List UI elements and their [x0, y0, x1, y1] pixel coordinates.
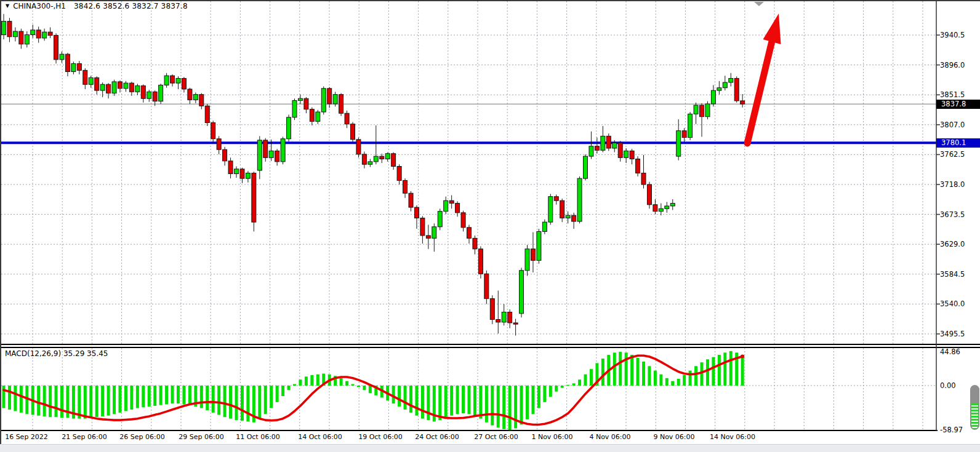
- macd-histogram-bar: [340, 378, 343, 386]
- macd-histogram-bar: [637, 358, 640, 386]
- macd-histogram-bar: [264, 386, 267, 414]
- chart-canvas[interactable]: [0, 0, 980, 452]
- bullish-candle: [316, 112, 320, 121]
- scroll-indicator[interactable]: [970, 385, 979, 430]
- macd-histogram-bar: [130, 386, 133, 410]
- window-frame-left: [0, 0, 1, 444]
- bearish-candle: [310, 109, 314, 122]
- macd-histogram-bar: [473, 386, 476, 416]
- macd-histogram-bar: [537, 386, 540, 408]
- macd-histogram-bar: [723, 352, 726, 386]
- bearish-candle: [275, 151, 279, 161]
- macd-histogram-bar: [456, 386, 459, 414]
- macd-histogram-bar: [741, 355, 744, 386]
- bearish-candle: [339, 95, 343, 114]
- bearish-candle: [490, 299, 494, 320]
- macd-histogram-bar: [549, 386, 552, 397]
- macd-histogram-bar: [619, 352, 622, 386]
- bullish-candle: [444, 200, 448, 211]
- macd-histogram-bar: [369, 386, 372, 393]
- macd-histogram-bar: [671, 381, 674, 386]
- macd-histogram-bar: [171, 386, 174, 403]
- bullish-candle: [292, 100, 297, 117]
- bearish-candle: [420, 218, 425, 236]
- scroll-indicator-stripes: [971, 403, 978, 429]
- bullish-candle: [438, 212, 442, 227]
- macd-histogram-bar: [2, 386, 6, 408]
- macd-histogram-bar: [142, 386, 145, 407]
- macd-histogram-bar: [89, 386, 92, 418]
- time-axis-label: 14 Oct 06:00: [298, 433, 342, 442]
- macd-histogram-bar: [502, 386, 505, 429]
- bullish-candle: [176, 78, 180, 83]
- macd-histogram-bar: [578, 379, 581, 386]
- bullish-candle: [432, 227, 436, 239]
- bearish-candle: [397, 167, 401, 181]
- time-axis-line: [0, 430, 938, 431]
- macd-histogram-bar: [613, 352, 616, 386]
- bearish-candle: [48, 32, 52, 35]
- bullish-candle: [525, 249, 529, 271]
- macd-histogram-bar: [95, 386, 98, 417]
- bearish-candle: [77, 63, 81, 70]
- macd-histogram-bar: [642, 362, 645, 386]
- bearish-candle: [380, 156, 384, 159]
- macd-histogram-bar: [246, 386, 249, 422]
- macd-histogram-bar: [270, 386, 273, 408]
- macd-histogram-bar: [712, 357, 715, 386]
- bearish-candle: [741, 101, 745, 104]
- bullish-candle: [135, 85, 140, 92]
- price-axis-label: 3762.5: [940, 150, 965, 159]
- symbol-dropdown-icon[interactable]: ▼: [6, 3, 9, 9]
- macd-histogram-bar: [200, 386, 203, 408]
- time-axis-label: 14 Nov 06:00: [710, 433, 755, 442]
- macd-histogram-bar: [241, 386, 244, 421]
- bearish-candle: [653, 205, 657, 212]
- bearish-candle: [461, 213, 465, 228]
- bearish-candle: [409, 193, 413, 207]
- macd-histogram-bar: [654, 371, 657, 386]
- macd-histogram-bar: [37, 386, 40, 416]
- bearish-candle: [606, 136, 611, 148]
- bullish-candle: [31, 30, 35, 35]
- macd-histogram-bar: [729, 351, 733, 386]
- macd-histogram-bar: [706, 359, 709, 386]
- macd-histogram-bar: [229, 386, 232, 419]
- bullish-candle: [584, 156, 588, 178]
- macd-histogram-bar: [14, 386, 17, 411]
- macd-histogram-bar: [182, 386, 185, 405]
- macd-histogram-bar: [49, 386, 52, 417]
- window-frame-top: [0, 0, 980, 1]
- bullish-candle: [13, 31, 17, 37]
- price-axis-label: 3940.5: [940, 31, 965, 39]
- bearish-candle: [228, 161, 233, 174]
- macd-histogram-bar: [404, 386, 407, 410]
- bearish-candle: [252, 173, 256, 222]
- bearish-candle: [531, 249, 535, 261]
- macd-histogram-bar: [206, 386, 209, 410]
- macd-histogram-bar: [590, 369, 593, 386]
- bearish-candle: [351, 124, 355, 140]
- bearish-candle: [392, 154, 396, 167]
- macd-histogram-bar: [531, 386, 534, 414]
- up-arrow-head: [763, 14, 781, 44]
- bearish-candle: [211, 123, 215, 139]
- bearish-candle: [19, 31, 23, 44]
- bullish-candle: [60, 54, 64, 60]
- bearish-candle: [141, 85, 145, 98]
- bullish-candle: [548, 197, 553, 222]
- bearish-candle: [473, 238, 477, 248]
- macd-histogram-bar: [427, 386, 430, 420]
- bearish-candle: [560, 200, 564, 218]
- bearish-candle: [734, 78, 739, 100]
- macd-histogram-bar: [223, 386, 227, 417]
- bearish-candle: [54, 36, 58, 60]
- bearish-candle: [496, 320, 500, 322]
- macd-histogram-bar: [101, 386, 104, 416]
- bearish-candle: [304, 98, 308, 109]
- bearish-candle: [362, 154, 366, 164]
- symbol-title: CHINA300-,H1: [13, 2, 66, 10]
- macd-axis-label: 0.00: [940, 381, 956, 390]
- bearish-candle: [7, 22, 12, 37]
- bullish-candle: [124, 83, 128, 89]
